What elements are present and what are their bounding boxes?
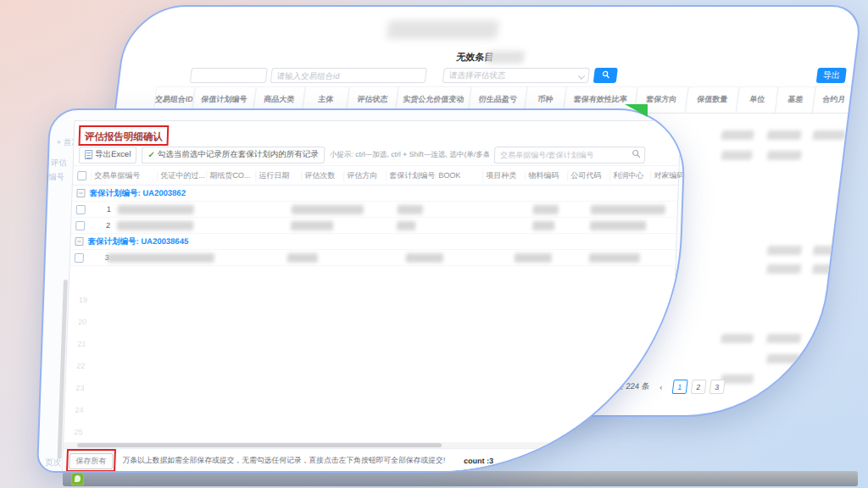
footer-right-hint: 万条以下数据或部分数据保存提交，正常勾选，然后点击右下角按钮 [522, 456, 665, 466]
blurred-cell [812, 374, 838, 384]
blurred-cell [812, 264, 843, 274]
column-header[interactable]: 交易单据编号 [91, 170, 157, 181]
column-header[interactable]: 基差 [775, 87, 815, 113]
column-header[interactable]: 评估次数 [301, 170, 343, 181]
underlying-label: 评估 [51, 158, 67, 169]
blurred-page-title [387, 20, 499, 39]
select-plan-records-button[interactable]: ✓ 勾选当前选中记录所在套保计划内的所有记录 [142, 147, 325, 164]
row-checkbox[interactable] [76, 205, 86, 214]
column-header[interactable]: 对家编码 [650, 170, 687, 181]
dialog-title: 评估报告明细确认 [85, 131, 163, 141]
search-button[interactable] [593, 68, 618, 83]
blurred-cell [590, 221, 646, 230]
ghost-row-number: 22 [76, 362, 85, 370]
blurred-cell [721, 334, 754, 343]
blurred-cell [532, 221, 554, 230]
blurred-cell [291, 221, 333, 230]
blurred-cell [515, 253, 552, 263]
page-button-3[interactable]: 3 [709, 380, 725, 394]
portfolio-id-input[interactable] [270, 68, 427, 83]
blurred-cell [589, 253, 640, 263]
blurred-cell [398, 205, 423, 214]
collapse-icon[interactable]: − [75, 237, 83, 246]
check-icon: ✓ [147, 150, 155, 159]
blurred-cell [721, 130, 754, 140]
dialog-search [494, 146, 646, 164]
column-header[interactable]: 项目种类 [482, 170, 525, 181]
column-header[interactable]: 单位 [736, 87, 778, 113]
column-header[interactable]: 评估方向 [343, 170, 386, 181]
column-header[interactable]: 公司代码 [567, 170, 609, 181]
blurred-count-chip [487, 51, 526, 64]
column-header[interactable]: 期纸货CO... [206, 170, 255, 181]
prev-page-button[interactable]: ‹ [653, 380, 669, 394]
blurred-cell [812, 334, 842, 343]
row-checkbox[interactable] [75, 253, 84, 263]
taskbar-app-icon[interactable] [71, 473, 84, 485]
corner-marker-triangle-icon [625, 104, 648, 117]
status-select[interactable]: 请选择评估状态 [442, 68, 590, 83]
column-header[interactable]: 套保计划编号 [386, 170, 435, 181]
chevron-down-icon [578, 72, 585, 79]
ghost-row-number: 20 [78, 318, 86, 326]
column-header[interactable]: 利润中心 [609, 170, 650, 181]
dialog-toolbar: 导出Excel ✓ 勾选当前选中记录所在套保计划内的所有记录 小提示: ctrl… [74, 144, 680, 166]
column-header[interactable]: 凭证中的过... [157, 170, 206, 181]
search-icon[interactable] [632, 149, 641, 158]
save-all-annotation: 保存所有 [66, 449, 116, 472]
record-count: count :3 [464, 457, 493, 465]
ghost-row-number: 23 [75, 384, 84, 392]
filter-input-empty[interactable] [190, 68, 268, 83]
blurred-cell [812, 130, 845, 140]
dialog-title-annotation: 评估报告明细确认 [78, 125, 169, 146]
page-button-2[interactable]: 2 [690, 380, 706, 394]
blurred-cell [767, 246, 802, 255]
foreground-window: + 首次 评估 编号 页次 评估报告明细确认 导出Excel ✓ 勾选当前选中记… [36, 108, 687, 473]
blurred-cell [721, 151, 753, 160]
column-header[interactable]: BOOK [435, 171, 482, 180]
column-header[interactable]: 合约月 [812, 87, 854, 113]
document-icon [85, 150, 92, 159]
group-label: 套保计划编号: UA2003862 [89, 188, 186, 199]
select-plan-records-label: 勾选当前选中记录所在套保计划内的所有记录 [157, 149, 318, 160]
column-header[interactable]: 保值数量 [685, 87, 739, 113]
tip-text: 小提示: ctrl—加选, ctrl + Shift—连选, 选中(单/多条)记… [330, 150, 490, 160]
select-all-checkbox[interactable] [77, 171, 86, 180]
dialog-table-header: 交易单据编号 凭证中的过... 期纸货CO... 运行日期 评估次数 评估方向 … [73, 166, 679, 186]
table-row[interactable]: 2 [71, 218, 677, 234]
ghost-row-number: 25 [74, 428, 82, 436]
scrollbar-thumb[interactable] [77, 443, 442, 447]
ghost-row-number: 21 [77, 340, 86, 348]
table-row[interactable]: 3 [70, 250, 676, 266]
page-button-1[interactable]: 1 [671, 380, 687, 394]
group-row[interactable]: − 套保计划编号: UA2003862 [72, 186, 678, 202]
blurred-cell [766, 264, 801, 274]
row-number: 2 [88, 221, 110, 230]
blurred-cell [406, 253, 443, 263]
taskbar [63, 471, 858, 486]
export-button[interactable]: 导出 [816, 68, 847, 83]
horizontal-scrollbar[interactable] [64, 442, 669, 448]
underlying-label: 编号 [48, 172, 64, 183]
blurred-cell [117, 221, 193, 230]
collapse-icon[interactable]: − [76, 189, 85, 197]
export-excel-button[interactable]: 导出Excel [79, 147, 137, 164]
search-icon [601, 70, 610, 79]
dialog-table-body: − 套保计划编号: UA2003862 1 2 [64, 186, 678, 441]
column-header[interactable]: 物料编码 [525, 170, 567, 181]
row-checkbox[interactable] [75, 221, 85, 230]
dialog-search-input[interactable] [494, 147, 646, 164]
blurred-cell [118, 205, 194, 214]
blurred-cell [766, 334, 801, 343]
save-all-button[interactable]: 保存所有 [69, 453, 114, 469]
ghost-row-number: 24 [75, 406, 83, 414]
blurred-cell [287, 253, 318, 263]
table-row[interactable]: 1 [71, 202, 677, 218]
row-number: 1 [89, 205, 111, 214]
ghost-row-number: 19 [79, 296, 87, 304]
status-select-placeholder: 请选择评估状态 [448, 70, 506, 80]
export-excel-label: 导出Excel [95, 149, 131, 160]
blurred-cell [721, 374, 754, 384]
group-row[interactable]: − 套保计划编号: UA20038645 [70, 234, 676, 250]
column-header[interactable]: 运行日期 [255, 170, 301, 181]
